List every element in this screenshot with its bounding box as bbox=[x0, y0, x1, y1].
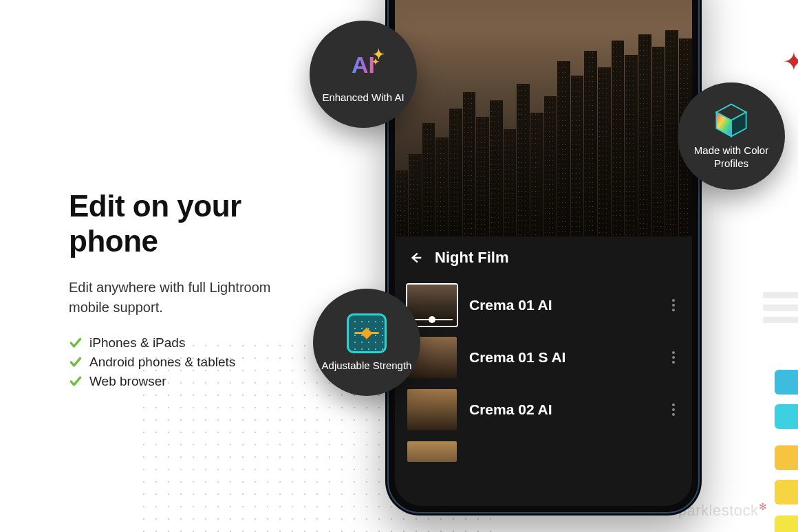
preset-item[interactable] bbox=[395, 436, 692, 467]
page-heading: Edit on your phone bbox=[69, 189, 310, 258]
preset-item[interactable]: Crema 01 AI bbox=[395, 279, 692, 331]
preset-list: Crema 01 AI Crema 01 S AI Crema 02 AI bbox=[395, 279, 692, 467]
cube-icon bbox=[713, 102, 750, 139]
feature-list: iPhones & iPads Android phones & tablets… bbox=[69, 335, 310, 389]
preset-thumbnail[interactable] bbox=[407, 441, 457, 462]
preset-name: Crema 01 AI bbox=[469, 297, 655, 313]
phone-mockup: Night Film Crema 01 AI Crema 01 S AI bbox=[385, 0, 702, 516]
feature-label: Android phones & tablets bbox=[89, 355, 235, 370]
feature-item: iPhones & iPads bbox=[69, 335, 310, 351]
preset-thumbnail[interactable] bbox=[407, 389, 457, 430]
decorative-star-icon: ✦ bbox=[783, 47, 798, 77]
check-icon bbox=[69, 375, 83, 388]
feature-item: Web browser bbox=[69, 374, 310, 389]
decorative-tab bbox=[775, 445, 798, 470]
decorative-tab bbox=[775, 516, 798, 532]
phone-screen: Night Film Crema 01 AI Crema 01 S AI bbox=[395, 0, 692, 506]
decorative-lines bbox=[763, 292, 798, 329]
decorative-tab bbox=[775, 370, 798, 395]
check-icon bbox=[69, 355, 83, 369]
slider-tile-icon bbox=[346, 313, 387, 354]
preset-name: Crema 01 S AI bbox=[469, 349, 655, 366]
badge-label: Enhanced With AI bbox=[322, 91, 404, 104]
badge-color-profiles: Made with Color Profiles bbox=[678, 82, 785, 190]
feature-item: Android phones & tablets bbox=[69, 355, 310, 370]
preset-item[interactable]: Crema 01 S AI bbox=[395, 331, 692, 384]
badge-label: Made with Color Profiles bbox=[684, 144, 778, 170]
ai-sparkle-icon: AI ✦ ✦ bbox=[343, 45, 384, 86]
check-icon bbox=[69, 336, 83, 350]
more-options-icon[interactable] bbox=[667, 403, 680, 416]
decorative-tab bbox=[775, 480, 798, 505]
photo-preview[interactable] bbox=[395, 0, 692, 236]
badge-enhanced-ai: AI ✦ ✦ Enhanced With AI bbox=[310, 21, 417, 128]
feature-label: iPhones & iPads bbox=[89, 335, 185, 351]
back-arrow-icon[interactable] bbox=[409, 250, 424, 265]
svg-marker-1 bbox=[716, 113, 731, 137]
preset-item[interactable]: Crema 02 AI bbox=[395, 384, 692, 436]
decorative-tab bbox=[775, 404, 798, 429]
feature-label: Web browser bbox=[89, 374, 166, 389]
strength-slider-icon bbox=[411, 319, 453, 320]
preset-name: Crema 02 AI bbox=[469, 401, 655, 418]
marketing-text-column: Edit on your phone Edit anywhere with fu… bbox=[69, 189, 310, 393]
preset-panel-header: Night Film bbox=[395, 236, 692, 279]
badge-adjustable-strength: Adjustable Strength bbox=[313, 289, 420, 396]
svg-marker-2 bbox=[731, 113, 746, 137]
page-subheading: Edit anywhere with full Lightroom mobile… bbox=[69, 278, 310, 318]
preset-group-title: Night Film bbox=[435, 249, 509, 267]
badge-label: Adjustable Strength bbox=[322, 359, 412, 373]
more-options-icon[interactable] bbox=[667, 351, 680, 364]
more-options-icon[interactable] bbox=[667, 299, 680, 311]
